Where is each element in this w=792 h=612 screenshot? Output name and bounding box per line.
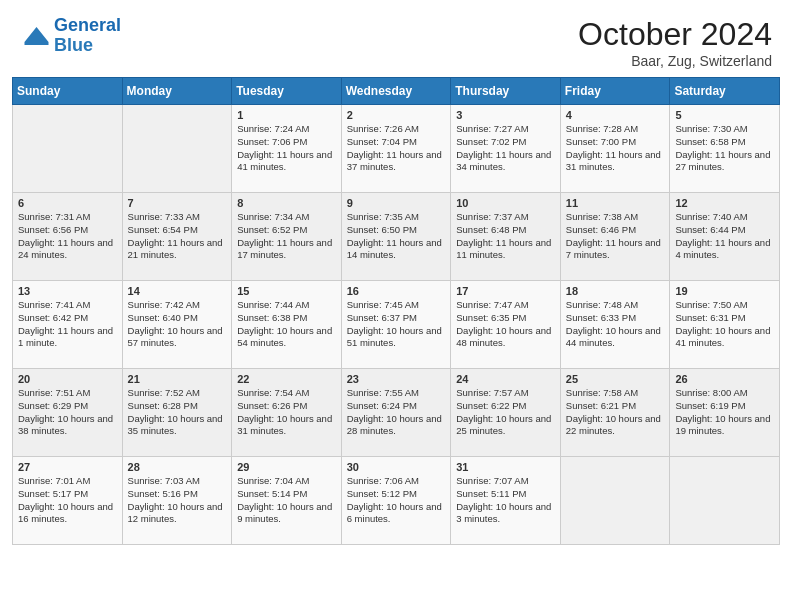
day-info: Sunrise: 7:28 AM Sunset: 7:00 PM Dayligh…: [566, 123, 665, 174]
week-row-2: 13Sunrise: 7:41 AM Sunset: 6:42 PM Dayli…: [13, 281, 780, 369]
day-info: Sunrise: 7:40 AM Sunset: 6:44 PM Dayligh…: [675, 211, 774, 262]
day-cell: 14Sunrise: 7:42 AM Sunset: 6:40 PM Dayli…: [122, 281, 232, 369]
day-cell: [560, 457, 670, 545]
header-cell-monday: Monday: [122, 78, 232, 105]
day-cell: 3Sunrise: 7:27 AM Sunset: 7:02 PM Daylig…: [451, 105, 561, 193]
day-cell: 24Sunrise: 7:57 AM Sunset: 6:22 PM Dayli…: [451, 369, 561, 457]
header-row: SundayMondayTuesdayWednesdayThursdayFrid…: [13, 78, 780, 105]
day-cell: 13Sunrise: 7:41 AM Sunset: 6:42 PM Dayli…: [13, 281, 123, 369]
day-number: 25: [566, 373, 665, 385]
day-info: Sunrise: 7:35 AM Sunset: 6:50 PM Dayligh…: [347, 211, 446, 262]
day-number: 12: [675, 197, 774, 209]
day-info: Sunrise: 7:47 AM Sunset: 6:35 PM Dayligh…: [456, 299, 555, 350]
day-cell: 29Sunrise: 7:04 AM Sunset: 5:14 PM Dayli…: [232, 457, 342, 545]
day-cell: 27Sunrise: 7:01 AM Sunset: 5:17 PM Dayli…: [13, 457, 123, 545]
day-cell: 25Sunrise: 7:58 AM Sunset: 6:21 PM Dayli…: [560, 369, 670, 457]
day-number: 30: [347, 461, 446, 473]
day-cell: 31Sunrise: 7:07 AM Sunset: 5:11 PM Dayli…: [451, 457, 561, 545]
day-info: Sunrise: 8:00 AM Sunset: 6:19 PM Dayligh…: [675, 387, 774, 438]
day-number: 11: [566, 197, 665, 209]
week-row-0: 1Sunrise: 7:24 AM Sunset: 7:06 PM Daylig…: [13, 105, 780, 193]
day-cell: 16Sunrise: 7:45 AM Sunset: 6:37 PM Dayli…: [341, 281, 451, 369]
day-number: 26: [675, 373, 774, 385]
day-info: Sunrise: 7:27 AM Sunset: 7:02 PM Dayligh…: [456, 123, 555, 174]
title-block: October 2024 Baar, Zug, Switzerland: [578, 16, 772, 69]
day-number: 31: [456, 461, 555, 473]
day-info: Sunrise: 7:42 AM Sunset: 6:40 PM Dayligh…: [128, 299, 227, 350]
day-info: Sunrise: 7:54 AM Sunset: 6:26 PM Dayligh…: [237, 387, 336, 438]
month-title: October 2024: [578, 16, 772, 53]
day-number: 6: [18, 197, 117, 209]
header: General Blue October 2024 Baar, Zug, Swi…: [0, 0, 792, 77]
day-info: Sunrise: 7:52 AM Sunset: 6:28 PM Dayligh…: [128, 387, 227, 438]
day-number: 17: [456, 285, 555, 297]
day-info: Sunrise: 7:07 AM Sunset: 5:11 PM Dayligh…: [456, 475, 555, 526]
day-cell: 17Sunrise: 7:47 AM Sunset: 6:35 PM Dayli…: [451, 281, 561, 369]
week-row-4: 27Sunrise: 7:01 AM Sunset: 5:17 PM Dayli…: [13, 457, 780, 545]
day-cell: 26Sunrise: 8:00 AM Sunset: 6:19 PM Dayli…: [670, 369, 780, 457]
header-cell-sunday: Sunday: [13, 78, 123, 105]
day-info: Sunrise: 7:04 AM Sunset: 5:14 PM Dayligh…: [237, 475, 336, 526]
day-info: Sunrise: 7:44 AM Sunset: 6:38 PM Dayligh…: [237, 299, 336, 350]
day-cell: 7Sunrise: 7:33 AM Sunset: 6:54 PM Daylig…: [122, 193, 232, 281]
day-cell: 10Sunrise: 7:37 AM Sunset: 6:48 PM Dayli…: [451, 193, 561, 281]
day-info: Sunrise: 7:50 AM Sunset: 6:31 PM Dayligh…: [675, 299, 774, 350]
day-number: 18: [566, 285, 665, 297]
day-number: 23: [347, 373, 446, 385]
logo: General Blue: [20, 16, 121, 56]
day-cell: 11Sunrise: 7:38 AM Sunset: 6:46 PM Dayli…: [560, 193, 670, 281]
day-cell: 21Sunrise: 7:52 AM Sunset: 6:28 PM Dayli…: [122, 369, 232, 457]
day-cell: 30Sunrise: 7:06 AM Sunset: 5:12 PM Dayli…: [341, 457, 451, 545]
day-cell: 12Sunrise: 7:40 AM Sunset: 6:44 PM Dayli…: [670, 193, 780, 281]
day-info: Sunrise: 7:03 AM Sunset: 5:16 PM Dayligh…: [128, 475, 227, 526]
week-row-3: 20Sunrise: 7:51 AM Sunset: 6:29 PM Dayli…: [13, 369, 780, 457]
day-info: Sunrise: 7:33 AM Sunset: 6:54 PM Dayligh…: [128, 211, 227, 262]
day-info: Sunrise: 7:06 AM Sunset: 5:12 PM Dayligh…: [347, 475, 446, 526]
day-number: 22: [237, 373, 336, 385]
day-info: Sunrise: 7:30 AM Sunset: 6:58 PM Dayligh…: [675, 123, 774, 174]
day-number: 1: [237, 109, 336, 121]
logo-blue-text: Blue: [54, 35, 93, 55]
day-cell: 1Sunrise: 7:24 AM Sunset: 7:06 PM Daylig…: [232, 105, 342, 193]
day-number: 3: [456, 109, 555, 121]
day-cell: 23Sunrise: 7:55 AM Sunset: 6:24 PM Dayli…: [341, 369, 451, 457]
logo-text: General Blue: [54, 16, 121, 56]
day-number: 27: [18, 461, 117, 473]
day-number: 15: [237, 285, 336, 297]
day-cell: 8Sunrise: 7:34 AM Sunset: 6:52 PM Daylig…: [232, 193, 342, 281]
day-number: 28: [128, 461, 227, 473]
day-number: 9: [347, 197, 446, 209]
day-cell: 19Sunrise: 7:50 AM Sunset: 6:31 PM Dayli…: [670, 281, 780, 369]
day-info: Sunrise: 7:01 AM Sunset: 5:17 PM Dayligh…: [18, 475, 117, 526]
day-number: 16: [347, 285, 446, 297]
day-cell: 20Sunrise: 7:51 AM Sunset: 6:29 PM Dayli…: [13, 369, 123, 457]
day-number: 7: [128, 197, 227, 209]
day-info: Sunrise: 7:34 AM Sunset: 6:52 PM Dayligh…: [237, 211, 336, 262]
day-cell: 4Sunrise: 7:28 AM Sunset: 7:00 PM Daylig…: [560, 105, 670, 193]
header-cell-tuesday: Tuesday: [232, 78, 342, 105]
day-info: Sunrise: 7:38 AM Sunset: 6:46 PM Dayligh…: [566, 211, 665, 262]
day-cell: [122, 105, 232, 193]
logo-icon: [20, 21, 50, 51]
header-cell-saturday: Saturday: [670, 78, 780, 105]
location: Baar, Zug, Switzerland: [578, 53, 772, 69]
day-info: Sunrise: 7:45 AM Sunset: 6:37 PM Dayligh…: [347, 299, 446, 350]
day-number: 5: [675, 109, 774, 121]
svg-rect-1: [25, 42, 49, 45]
calendar-container: SundayMondayTuesdayWednesdayThursdayFrid…: [0, 77, 792, 557]
day-number: 4: [566, 109, 665, 121]
svg-marker-0: [25, 27, 49, 42]
day-info: Sunrise: 7:51 AM Sunset: 6:29 PM Dayligh…: [18, 387, 117, 438]
day-info: Sunrise: 7:26 AM Sunset: 7:04 PM Dayligh…: [347, 123, 446, 174]
week-row-1: 6Sunrise: 7:31 AM Sunset: 6:56 PM Daylig…: [13, 193, 780, 281]
day-cell: 2Sunrise: 7:26 AM Sunset: 7:04 PM Daylig…: [341, 105, 451, 193]
day-number: 10: [456, 197, 555, 209]
header-cell-friday: Friday: [560, 78, 670, 105]
day-info: Sunrise: 7:55 AM Sunset: 6:24 PM Dayligh…: [347, 387, 446, 438]
day-info: Sunrise: 7:31 AM Sunset: 6:56 PM Dayligh…: [18, 211, 117, 262]
day-number: 19: [675, 285, 774, 297]
day-cell: 28Sunrise: 7:03 AM Sunset: 5:16 PM Dayli…: [122, 457, 232, 545]
day-info: Sunrise: 7:41 AM Sunset: 6:42 PM Dayligh…: [18, 299, 117, 350]
day-number: 14: [128, 285, 227, 297]
header-cell-thursday: Thursday: [451, 78, 561, 105]
